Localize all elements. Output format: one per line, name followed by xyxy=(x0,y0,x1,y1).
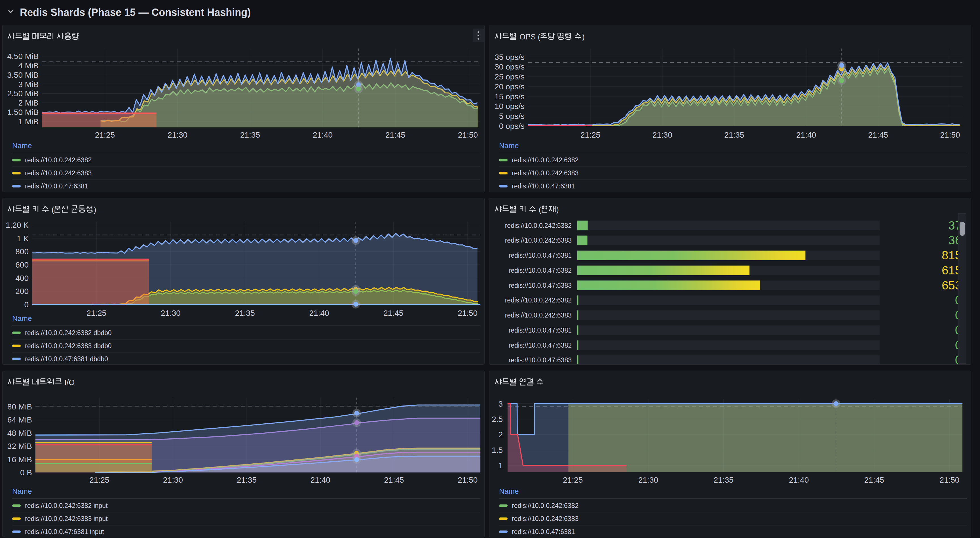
svg-text:redis://10.0.0.47:6382: redis://10.0.0.47:6382 xyxy=(509,267,572,274)
svg-text:redis://10.0.0.47:6381 dbdb0: redis://10.0.0.47:6381 dbdb0 xyxy=(25,355,108,362)
svg-text:21:40: 21:40 xyxy=(313,131,332,139)
svg-text:redis://10.0.0.242:6383: redis://10.0.0.242:6383 xyxy=(505,237,572,244)
svg-text:21:50: 21:50 xyxy=(939,476,959,484)
svg-text:21:35: 21:35 xyxy=(237,476,257,484)
svg-text:redis://10.0.0.47:6383: redis://10.0.0.47:6383 xyxy=(509,356,572,364)
svg-text:redis://10.0.0.47:6381: redis://10.0.0.47:6381 xyxy=(512,182,575,190)
svg-text:0 B: 0 B xyxy=(20,468,32,477)
svg-text:400: 400 xyxy=(15,274,29,283)
svg-text:Name: Name xyxy=(499,141,519,150)
svg-text:redis://10.0.0.47:6383: redis://10.0.0.47:6383 xyxy=(509,282,572,289)
svg-text:16 MiB: 16 MiB xyxy=(7,455,32,464)
svg-text:redis://10.0.0.242:6382: redis://10.0.0.242:6382 xyxy=(505,222,572,229)
svg-text:redis://10.0.0.47:6381: redis://10.0.0.47:6381 xyxy=(25,182,88,190)
svg-text:3: 3 xyxy=(498,399,503,408)
svg-text:21:30: 21:30 xyxy=(163,476,183,484)
svg-text:0: 0 xyxy=(24,300,29,309)
svg-text:21:30: 21:30 xyxy=(652,131,672,139)
svg-text:600: 600 xyxy=(15,260,29,269)
svg-text:21:45: 21:45 xyxy=(384,476,404,484)
svg-text:21:30: 21:30 xyxy=(168,131,188,139)
svg-text:redis://10.0.0.242:6382: redis://10.0.0.242:6382 xyxy=(25,156,92,164)
svg-text:21:40: 21:40 xyxy=(310,476,330,484)
svg-text:(: ( xyxy=(49,206,54,214)
svg-text:Name: Name xyxy=(12,141,32,150)
svg-text:21:25: 21:25 xyxy=(581,131,600,139)
svg-text:redis://10.0.0.242:6383: redis://10.0.0.242:6383 xyxy=(512,169,579,177)
svg-text:redis://10.0.0.242:6383 input: redis://10.0.0.242:6383 input xyxy=(25,515,108,522)
svg-text:21:40: 21:40 xyxy=(309,309,329,318)
svg-text:21:30: 21:30 xyxy=(161,309,181,318)
svg-text:2: 2 xyxy=(498,430,503,439)
svg-text:48 MiB: 48 MiB xyxy=(7,429,32,437)
svg-text:redis://10.0.0.47:6381: redis://10.0.0.47:6381 xyxy=(509,252,572,259)
svg-text:21:45: 21:45 xyxy=(383,309,403,318)
svg-text:5 ops/s: 5 ops/s xyxy=(499,112,525,121)
svg-text:2.50 MiB: 2.50 MiB xyxy=(7,89,39,98)
svg-text:21:40: 21:40 xyxy=(789,476,809,484)
svg-text:redis://10.0.0.242:6383: redis://10.0.0.242:6383 xyxy=(512,515,579,522)
svg-text:21:45: 21:45 xyxy=(864,476,884,484)
svg-text:redis://10.0.0.242:6383: redis://10.0.0.242:6383 xyxy=(25,169,92,177)
svg-text:1.50 MiB: 1.50 MiB xyxy=(7,108,39,117)
svg-text:redis://10.0.0.242:6382: redis://10.0.0.242:6382 xyxy=(505,297,572,304)
svg-text:64 MiB: 64 MiB xyxy=(7,415,32,424)
svg-text:21:25: 21:25 xyxy=(89,476,109,484)
svg-text:1.5: 1.5 xyxy=(492,446,503,455)
svg-text:21:50: 21:50 xyxy=(940,131,960,139)
svg-text:21:50: 21:50 xyxy=(458,309,477,318)
svg-text:21:40: 21:40 xyxy=(796,131,816,139)
svg-text:200: 200 xyxy=(15,287,29,296)
svg-text:): ) xyxy=(582,33,585,41)
svg-text:1 K: 1 K xyxy=(17,234,29,243)
svg-text:OPS (: OPS ( xyxy=(517,33,540,41)
svg-text:30 ops/s: 30 ops/s xyxy=(495,62,525,71)
svg-text:redis://10.0.0.47:6381: redis://10.0.0.47:6381 xyxy=(509,327,572,334)
svg-text:4 MiB: 4 MiB xyxy=(18,61,38,70)
svg-text:21:25: 21:25 xyxy=(563,476,583,484)
svg-text:redis://10.0.0.242:6383: redis://10.0.0.242:6383 xyxy=(505,311,572,319)
svg-text:1 MiB: 1 MiB xyxy=(18,117,38,126)
svg-text:21:35: 21:35 xyxy=(714,476,733,484)
svg-text:15 ops/s: 15 ops/s xyxy=(495,92,525,101)
svg-text:21:35: 21:35 xyxy=(724,131,744,139)
svg-text:2.5: 2.5 xyxy=(492,415,503,424)
svg-text:21:45: 21:45 xyxy=(385,131,405,139)
svg-text:35 ops/s: 35 ops/s xyxy=(495,53,525,62)
svg-text:21:35: 21:35 xyxy=(240,131,260,139)
svg-text:redis://10.0.0.47:6381 input: redis://10.0.0.47:6381 input xyxy=(25,528,104,535)
svg-text:I/O: I/O xyxy=(62,378,75,387)
svg-text:0 ops/s: 0 ops/s xyxy=(499,122,525,131)
svg-text:): ) xyxy=(556,206,559,214)
svg-text:1: 1 xyxy=(498,461,503,470)
svg-text:redis://10.0.0.47:6381: redis://10.0.0.47:6381 xyxy=(512,528,575,535)
svg-text:21:50: 21:50 xyxy=(458,131,478,139)
svg-text:Name: Name xyxy=(499,487,519,495)
svg-text:2 MiB: 2 MiB xyxy=(18,99,38,107)
svg-text:21:50: 21:50 xyxy=(458,476,477,484)
svg-text:Redis Shards (Phase 15 — Consi: Redis Shards (Phase 15 — Consistent Hash… xyxy=(20,6,251,18)
svg-text:3.50 MiB: 3.50 MiB xyxy=(7,71,39,80)
svg-text:20 ops/s: 20 ops/s xyxy=(495,82,525,91)
svg-text:10 ops/s: 10 ops/s xyxy=(495,102,525,111)
svg-text:21:30: 21:30 xyxy=(638,476,658,484)
svg-text:25 ops/s: 25 ops/s xyxy=(495,72,525,81)
svg-text:redis://10.0.0.47:6382: redis://10.0.0.47:6382 xyxy=(509,342,572,349)
svg-text:redis://10.0.0.242:6382: redis://10.0.0.242:6382 xyxy=(512,156,579,164)
svg-text:80 MiB: 80 MiB xyxy=(7,402,32,411)
svg-text:3 MiB: 3 MiB xyxy=(18,80,38,89)
svg-text:32 MiB: 32 MiB xyxy=(7,442,32,450)
svg-text:(: ( xyxy=(536,206,541,214)
svg-text:redis://10.0.0.242:6382 input: redis://10.0.0.242:6382 input xyxy=(25,502,108,509)
svg-text:Name: Name xyxy=(12,314,32,322)
svg-text:redis://10.0.0.242:6383 dbdb0: redis://10.0.0.242:6383 dbdb0 xyxy=(25,342,112,350)
svg-text:4.50 MiB: 4.50 MiB xyxy=(7,52,39,61)
svg-text:1.20 K: 1.20 K xyxy=(6,221,29,230)
svg-text:21:35: 21:35 xyxy=(235,309,255,318)
svg-text:800: 800 xyxy=(15,247,29,256)
svg-text:Name: Name xyxy=(12,487,32,495)
svg-text:): ) xyxy=(94,206,96,214)
svg-text:21:25: 21:25 xyxy=(95,131,115,139)
svg-text:21:45: 21:45 xyxy=(868,131,888,139)
svg-text:redis://10.0.0.242:6382: redis://10.0.0.242:6382 xyxy=(512,502,579,509)
